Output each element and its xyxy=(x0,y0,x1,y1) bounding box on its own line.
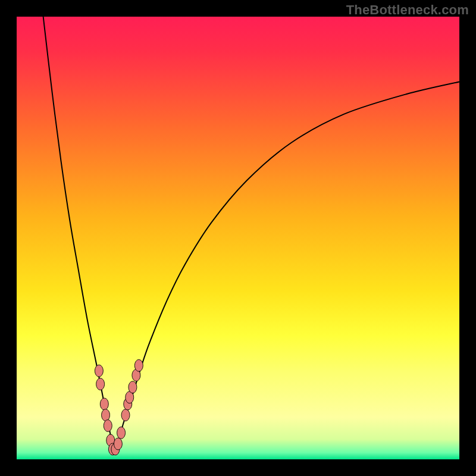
marker-point xyxy=(95,365,103,377)
marker-point xyxy=(134,359,143,371)
marker-point xyxy=(121,409,130,421)
chart-svg xyxy=(0,0,476,476)
marker-point xyxy=(104,419,112,431)
marker-point xyxy=(102,409,110,421)
marker-point xyxy=(114,438,122,450)
marker-point xyxy=(129,381,137,393)
marker-point xyxy=(96,378,105,390)
attribution-watermark: TheBottleneck.com xyxy=(346,2,469,18)
chart-viewport: TheBottleneck.com xyxy=(0,0,476,476)
plot-background xyxy=(17,17,459,459)
marker-point xyxy=(117,427,126,439)
marker-point xyxy=(100,398,108,410)
